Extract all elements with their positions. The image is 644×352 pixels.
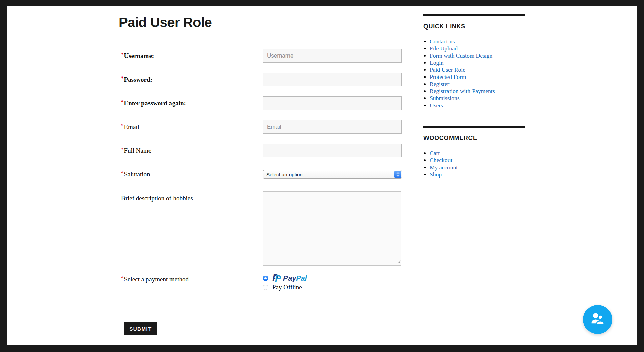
hobbies-label: Brief description of hobbies (121, 191, 263, 203)
form-row-full-name: *Full Name (121, 144, 419, 157)
page-content: Paid User Role *Username: *Password: *En… (7, 6, 637, 345)
form-row-username: *Username: (121, 49, 419, 63)
form-row-email: *Email (121, 120, 419, 134)
salutation-label: *Salutation (121, 170, 263, 179)
pay-offline-radio[interactable] (263, 285, 268, 290)
required-asterisk: * (121, 99, 124, 105)
sidebar-link-registration-payments[interactable]: Registration with Payments (430, 88, 495, 94)
list-item: Protected Form (423, 73, 525, 81)
quick-links-list: Contact us File Upload Form with Custom … (423, 38, 525, 109)
hobbies-textarea[interactable] (263, 191, 401, 266)
sidebar-link-form-custom-design[interactable]: Form with Custom Design (430, 52, 492, 59)
sidebar-link-checkout[interactable]: Checkout (430, 157, 452, 163)
payment-option-pay-offline[interactable]: Pay Offline (263, 283, 307, 291)
payment-method-label: *Select a payment method (121, 274, 263, 284)
list-item: Submissions (423, 95, 525, 102)
payment-options: P P PayPal Pay Offline (263, 274, 307, 292)
email-input[interactable] (263, 120, 402, 134)
password-input[interactable] (263, 73, 402, 86)
list-item: Login (423, 59, 525, 66)
page-title: Paid User Role (119, 14, 419, 30)
paypal-monogram-icon: P P (272, 273, 283, 283)
floating-users-button[interactable] (583, 305, 612, 334)
select-stepper-icon (394, 171, 401, 178)
full-name-input[interactable] (263, 144, 402, 157)
sidebar-link-shop[interactable]: Shop (430, 171, 442, 178)
email-label: *Email (121, 123, 263, 131)
paid-user-role-form: Paid User Role *Username: *Password: *En… (121, 14, 419, 335)
sidebar-link-submissions[interactable]: Submissions (430, 95, 460, 102)
password-confirm-input[interactable] (263, 96, 402, 110)
list-item: My account (423, 164, 525, 171)
payment-option-paypal[interactable]: P P PayPal (263, 274, 307, 282)
sidebar-link-my-account[interactable]: My account (430, 164, 458, 171)
sidebar-link-users[interactable]: Users (430, 102, 443, 109)
required-asterisk: * (121, 147, 124, 152)
list-item: Cart (423, 150, 525, 157)
required-asterisk: * (121, 170, 124, 176)
pay-offline-label: Pay Offline (272, 284, 302, 291)
sidebar-link-paid-user-role[interactable]: Paid User Role (430, 66, 465, 73)
password-label: *Password: (121, 75, 263, 84)
list-item: Paid User Role (423, 66, 525, 73)
sidebar-link-cart[interactable]: Cart (430, 150, 440, 156)
required-asterisk: * (121, 75, 124, 81)
list-item: Shop (423, 171, 525, 178)
username-input[interactable] (263, 49, 402, 63)
users-icon (590, 311, 606, 328)
paypal-logo-icon: P P PayPal (272, 273, 307, 283)
salutation-select[interactable]: Select an option (263, 170, 402, 179)
list-item: File Upload (423, 45, 525, 52)
form-row-password-confirm: *Enter password again: (121, 96, 419, 110)
list-item: Users (423, 102, 525, 109)
list-item: Registration with Payments (423, 88, 525, 95)
widget-divider (423, 14, 525, 16)
hobbies-textarea-wrap (263, 191, 401, 266)
password-confirm-label: *Enter password again: (121, 99, 263, 108)
required-asterisk: * (121, 123, 124, 128)
paypal-radio-selected[interactable] (263, 276, 268, 281)
username-label: *Username: (121, 52, 263, 60)
woocommerce-title: WOOCOMMERCE (423, 134, 525, 142)
quick-links-title: QUICK LINKS (423, 23, 525, 30)
list-item: Register (423, 81, 525, 88)
form-row-hobbies: Brief description of hobbies (121, 191, 419, 266)
sidebar-link-register[interactable]: Register (430, 81, 449, 87)
sidebar: QUICK LINKS Contact us File Upload Form … (423, 14, 525, 178)
required-asterisk: * (121, 52, 124, 57)
form-row-payment: *Select a payment method P P PayPal Pay … (121, 274, 419, 292)
full-name-label: *Full Name (121, 147, 263, 155)
required-asterisk: * (121, 275, 124, 281)
sidebar-link-login[interactable]: Login (430, 59, 444, 66)
form-row-salutation: *Salutation Select an option (121, 168, 419, 181)
widget-divider (423, 126, 525, 128)
sidebar-link-contact-us[interactable]: Contact us (430, 38, 455, 45)
list-item: Contact us (423, 38, 525, 45)
submit-button[interactable]: SUBMIT (124, 322, 157, 335)
salutation-select-value: Select an option (266, 172, 303, 177)
list-item: Checkout (423, 157, 525, 164)
form-row-password: *Password: (121, 73, 419, 86)
list-item: Form with Custom Design (423, 52, 525, 59)
sidebar-link-protected-form[interactable]: Protected Form (430, 73, 466, 80)
sidebar-link-file-upload[interactable]: File Upload (430, 45, 458, 52)
woocommerce-list: Cart Checkout My account Shop (423, 150, 525, 178)
